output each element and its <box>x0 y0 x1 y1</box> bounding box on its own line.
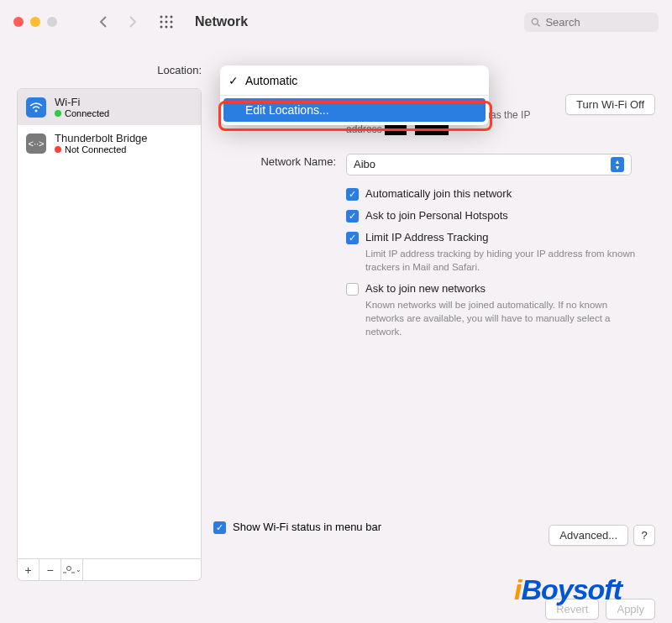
location-label: Location: <box>17 44 202 88</box>
remove-network-button[interactable]: − <box>39 559 61 581</box>
status-dot-connected <box>55 110 61 117</box>
svg-point-2 <box>171 16 173 18</box>
search-input[interactable] <box>545 16 652 29</box>
limit-ip-label: Limit IP Address Tracking <box>365 231 643 243</box>
svg-point-6 <box>160 26 163 29</box>
location-option-automatic[interactable]: Automatic <box>220 69 489 92</box>
network-name: Wi-Fi <box>55 96 109 108</box>
ask-new-description: Known networks will be joined automatica… <box>365 298 643 338</box>
svg-point-5 <box>171 21 173 24</box>
svg-point-9 <box>532 18 538 24</box>
select-arrows-icon: ▲▼ <box>611 157 624 172</box>
status-dot-disconnected <box>55 146 61 153</box>
forward-button[interactable] <box>121 12 144 32</box>
turn-wifi-off-button[interactable]: Turn Wi-Fi Off <box>565 94 655 115</box>
search-icon <box>531 17 540 28</box>
ask-new-label: Ask to join new networks <box>365 282 643 295</box>
network-status: Connected <box>65 108 109 118</box>
wifi-icon <box>26 97 46 118</box>
add-network-button[interactable]: + <box>18 559 39 581</box>
network-list: Wi-Fi Connected <··> Thunderbolt Bridge … <box>17 88 202 559</box>
svg-point-3 <box>160 21 163 24</box>
auto-join-label: Automatically join this network <box>365 187 512 200</box>
search-field[interactable] <box>524 13 659 32</box>
location-dropdown: Automatic Edit Locations... <box>220 65 489 125</box>
network-name-select[interactable]: Aibo ▲▼ <box>346 154 632 175</box>
svg-line-10 <box>538 24 540 26</box>
svg-point-4 <box>165 21 168 24</box>
help-button[interactable]: ? <box>633 525 655 546</box>
window-close[interactable] <box>13 17 24 27</box>
network-name-value: Aibo <box>354 158 375 170</box>
svg-point-12 <box>66 566 71 570</box>
advanced-button[interactable]: Advanced... <box>549 525 628 546</box>
redacted-ip <box>415 125 449 135</box>
window-title: Network <box>195 14 248 29</box>
redacted-ip <box>385 125 407 135</box>
svg-point-8 <box>171 26 173 29</box>
watermark: iBoysoft <box>514 573 622 606</box>
limit-ip-description: Limit IP address tracking by hiding your… <box>365 247 643 274</box>
network-item-thunderbolt[interactable]: <··> Thunderbolt Bridge Not Connected <box>18 125 201 161</box>
show-all-button[interactable] <box>155 15 178 29</box>
auto-join-checkbox[interactable]: ✓ <box>346 188 359 201</box>
limit-ip-checkbox[interactable]: ✓ <box>346 232 359 244</box>
svg-point-7 <box>165 26 168 29</box>
window-minimize[interactable] <box>30 17 40 27</box>
ask-hotspot-checkbox[interactable]: ✓ <box>346 210 359 222</box>
network-status: Not Connected <box>65 144 126 154</box>
svg-point-11 <box>35 109 38 112</box>
show-status-label: Show Wi-Fi status in menu bar <box>233 521 381 533</box>
network-name: Thunderbolt Bridge <box>55 132 148 144</box>
ask-new-checkbox[interactable] <box>346 283 359 296</box>
ask-hotspot-label: Ask to join Personal Hotspots <box>365 209 508 222</box>
thunderbolt-icon: <··> <box>26 134 46 154</box>
show-status-checkbox[interactable]: ✓ <box>213 521 226 534</box>
svg-point-0 <box>160 16 163 18</box>
dropdown-separator <box>220 95 489 96</box>
back-button[interactable] <box>91 12 114 32</box>
network-name-label: Network Name: <box>213 154 346 175</box>
network-actions-button[interactable]: ⌄ <box>61 559 83 581</box>
location-option-edit[interactable]: Edit Locations... <box>223 98 486 122</box>
window-zoom <box>47 17 57 27</box>
network-item-wifi[interactable]: Wi-Fi Connected <box>18 89 201 125</box>
svg-point-1 <box>165 16 168 18</box>
